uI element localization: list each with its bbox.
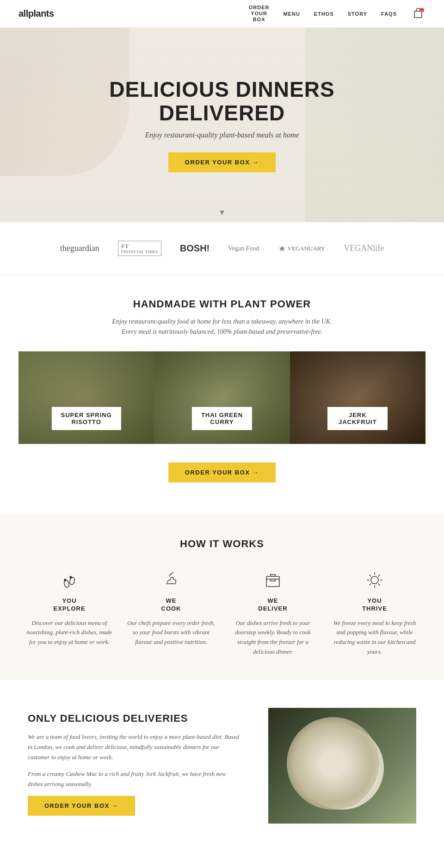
plant-power-title: HANDMADE WITH PLANT POWER — [18, 298, 426, 310]
svg-point-8 — [371, 576, 378, 584]
plant-power-section: HANDMADE WITH PLANT POWER Enjoy restaura… — [0, 275, 444, 515]
plant-power-subtitle: Enjoy restaurant-quality food at home fo… — [111, 317, 333, 337]
svg-point-26 — [344, 767, 348, 771]
hero-title: DELICIOUS DINNERS DELIVERED — [109, 78, 334, 125]
meal-card-risotto[interactable]: SUPER SPRING RISOTTO — [18, 351, 154, 444]
plant-natural-section: FULL OF NATURAL PLANT POWER Our nutritio… — [0, 851, 444, 868]
how-label-explore: YOU EXPLORE — [23, 597, 116, 613]
veganfood-logo: Vegan Food — [228, 245, 259, 252]
svg-point-6 — [70, 576, 72, 578]
deliveries-cta-button[interactable]: ORDER YOUR BOX → — [28, 796, 135, 816]
nav-story-link[interactable]: STORY — [348, 11, 367, 17]
svg-point-22 — [346, 763, 352, 768]
how-it-works-section: HOW IT WORKS YOU EXPLORE Discover our de… — [0, 515, 444, 680]
meals-order-wrap: ORDER YOUR BOX → — [18, 458, 426, 492]
svg-line-14 — [378, 584, 380, 585]
svg-rect-7 — [266, 576, 279, 587]
deliveries-section: ONLY DELICIOUS DELIVERIES We are a team … — [0, 680, 444, 851]
navigation: allplants ORDERYOURBOX MENU ETHOS STORY … — [0, 0, 444, 28]
how-desc-explore: Discover our delicious menu of nourishin… — [23, 618, 116, 647]
box-icon — [227, 568, 319, 592]
svg-point-5 — [64, 579, 66, 581]
svg-point-25 — [338, 760, 342, 765]
nav-menu-link[interactable]: MENU — [283, 11, 300, 17]
bosh-logo: BOSH! — [180, 243, 210, 254]
deliveries-title: ONLY DELICIOUS DELIVERIES — [28, 712, 240, 724]
hero-scroll-arrow: ▾ — [220, 206, 224, 218]
svg-text:2: 2 — [421, 9, 423, 13]
press-section: theguardian FT FINANCIAL TIMES BOSH! Veg… — [0, 222, 444, 275]
meal-card-jerk[interactable]: JERK JACKFRUIT — [290, 351, 426, 444]
steam-icon — [125, 568, 217, 592]
hero-content: DELICIOUS DINNERS DELIVERED Enjoy restau… — [100, 59, 344, 191]
svg-point-21 — [332, 755, 339, 762]
hero-subtitle: Enjoy restaurant-quality plant-based mea… — [109, 131, 334, 139]
deliveries-food-image — [268, 708, 416, 824]
nav-ethos-link[interactable]: ETHOS — [314, 11, 334, 17]
cart-icon[interactable]: 2 — [411, 6, 426, 21]
how-item-explore: YOU EXPLORE Discover our delicious menu … — [23, 568, 116, 657]
meal-card-thai[interactable]: THAI GREEN CURRY — [154, 351, 290, 444]
deliveries-image — [268, 708, 416, 824]
deliveries-para1: We are a team of food lovers, inviting t… — [28, 732, 240, 762]
svg-point-18 — [305, 731, 379, 805]
veganuary-logo: VEGANUARY — [278, 244, 326, 253]
sun-icon — [328, 568, 421, 592]
svg-line-15 — [378, 575, 380, 576]
how-item-thrive: YOU THRIVE We freeze every meal to keep … — [328, 568, 421, 657]
how-desc-cook: Our chefs prepare every order fresh, so … — [125, 618, 217, 647]
guardian-logo: theguardian — [60, 244, 99, 253]
svg-point-17 — [301, 726, 384, 810]
ft-logo: FT FINANCIAL TIMES — [118, 241, 161, 256]
svg-point-24 — [331, 766, 335, 770]
how-label-cook: WE COOK — [125, 597, 217, 613]
meal-label-thai: THAI GREEN CURRY — [192, 407, 252, 430]
meal-label-jerk: JERK JACKFRUIT — [327, 407, 388, 430]
deliveries-text: ONLY DELICIOUS DELIVERIES We are a team … — [28, 708, 240, 824]
veganlife-logo: VEGANlife — [344, 244, 384, 253]
nav-faqs-link[interactable]: FAQS — [381, 11, 397, 17]
how-desc-deliver: Our dishes arrive fresh to your doorstep… — [227, 618, 319, 657]
how-grid: YOU EXPLORE Discover our delicious menu … — [18, 568, 426, 657]
nav-order-link[interactable]: ORDERYOURBOX — [249, 5, 270, 23]
footprints-icon — [23, 568, 116, 592]
how-item-cook: WE COOK Our chefs prepare every order fr… — [125, 568, 217, 657]
how-item-deliver: WE DELIVER Our dishes arrive fresh to yo… — [227, 568, 319, 657]
logo[interactable]: allplants — [18, 8, 54, 19]
deliveries-para2: From a creamy Cashew Mac to a rich and f… — [28, 769, 240, 789]
svg-line-16 — [370, 584, 371, 585]
svg-point-19 — [319, 749, 356, 777]
hero-section: DELICIOUS DINNERS DELIVERED Enjoy restau… — [0, 28, 444, 222]
meals-grid: SUPER SPRING RISOTTO THAI GREEN CURRY JE… — [18, 351, 426, 444]
svg-point-20 — [331, 761, 363, 784]
meal-label-risotto: SUPER SPRING RISOTTO — [52, 407, 121, 430]
svg-point-27 — [336, 772, 341, 777]
svg-line-13 — [370, 575, 371, 576]
how-title: HOW IT WORKS — [18, 538, 426, 550]
meals-order-button[interactable]: ORDER YOUR BOX → — [168, 462, 276, 482]
hero-cta-button[interactable]: ORDER YOUR BOX → — [168, 152, 276, 172]
how-label-deliver: WE DELIVER — [227, 597, 319, 613]
how-label-thrive: YOU THRIVE — [328, 597, 421, 613]
svg-point-23 — [339, 774, 345, 781]
how-desc-thrive: We freeze every meal to keep fresh and p… — [328, 618, 421, 657]
